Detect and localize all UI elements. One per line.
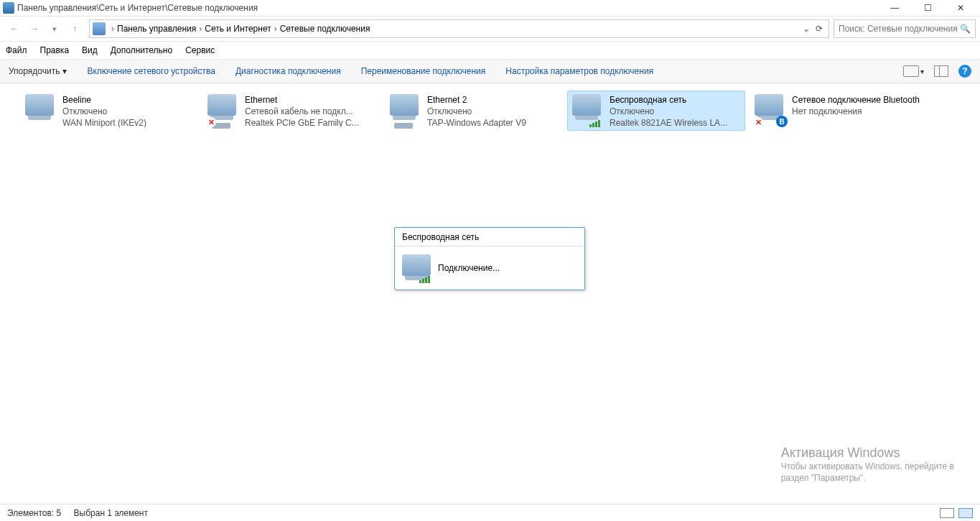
network-icon: [390, 94, 421, 126]
chevron-right-icon: ›: [199, 24, 202, 34]
search-input[interactable]: Поиск: Сетевые подключения 🔍: [834, 19, 976, 38]
content-area: Beeline Отключено WAN Miniport (IKEv2) ✕…: [0, 83, 980, 138]
adapter-item-wireless[interactable]: Беспроводная сеть Отключено Realtek 8821…: [567, 91, 745, 131]
help-button[interactable]: ?: [958, 65, 971, 78]
preview-pane-button[interactable]: [934, 65, 948, 77]
menu-service[interactable]: Сервис: [185, 45, 215, 55]
statusbar: Элементов: 5 Выбран 1 элемент: [0, 504, 980, 521]
titlebar: Панель управления\Сеть и Интернет\Сетевы…: [0, 0, 980, 16]
adapter-item-bluetooth[interactable]: ✕ B Сетевое подключение Bluetooth Нет по…: [750, 91, 928, 131]
adapter-item-ethernet[interactable]: ✕ Ethernet Сетевой кабель не подкл... Re…: [202, 91, 381, 131]
chevron-right-icon: ›: [111, 24, 114, 34]
signal-icon: [419, 276, 430, 283]
network-icon: ✕ B: [755, 94, 786, 126]
view-details-button[interactable]: [940, 508, 954, 518]
maximize-button[interactable]: ☐: [911, 0, 944, 16]
activation-watermark: Активация Windows Чтобы активировать Win…: [781, 446, 954, 484]
breadcrumb[interactable]: Панель управления: [117, 24, 196, 34]
chevron-down-icon: ▾: [920, 68, 924, 75]
menubar: Файл Правка Вид Дополнительно Сервис: [0, 42, 980, 59]
search-icon: 🔍: [960, 24, 971, 34]
error-icon: ✕: [206, 117, 216, 127]
connecting-popup: Беспроводная сеть Подключение...: [394, 227, 585, 290]
chevron-right-icon: ›: [274, 24, 277, 34]
refresh-button[interactable]: ⟳: [813, 24, 826, 34]
breadcrumb[interactable]: Сеть и Интернет: [205, 24, 271, 34]
search-placeholder: Поиск: Сетевые подключения: [839, 24, 958, 34]
menu-edit[interactable]: Правка: [40, 45, 70, 55]
signal-icon: [589, 120, 600, 127]
popup-title: Беспроводная сеть: [395, 228, 584, 246]
status-count: Элементов: 5: [7, 508, 61, 518]
minimize-button[interactable]: —: [878, 0, 911, 16]
adapter-item-beeline[interactable]: Beeline Отключено WAN Miniport (IKEv2): [20, 91, 198, 131]
menu-view[interactable]: Вид: [82, 45, 98, 55]
chevron-down-icon: ▾: [62, 66, 67, 76]
enable-device-button[interactable]: Включение сетевого устройства: [87, 66, 215, 76]
connection-settings-button[interactable]: Настройка параметров подключения: [505, 66, 653, 76]
rename-button[interactable]: Переименование подключения: [361, 66, 486, 76]
back-button[interactable]: ←: [4, 19, 24, 39]
network-icon: [402, 254, 429, 282]
adapter-item-ethernet2[interactable]: Ethernet 2 Отключено TAP-Windows Adapter…: [385, 91, 563, 131]
navbar: ← → ▾ ↑ › Панель управления › Сеть и Инт…: [0, 16, 980, 42]
network-icon: ✕: [207, 94, 239, 126]
recent-button[interactable]: ▾: [45, 19, 65, 39]
close-button[interactable]: ✕: [944, 0, 977, 16]
popup-text: Подключение...: [438, 263, 500, 273]
window-title: Панель управления\Сеть и Интернет\Сетевы…: [17, 3, 258, 13]
view-icon: [903, 65, 919, 77]
up-button[interactable]: ↑: [65, 19, 85, 39]
control-panel-icon: [93, 22, 106, 35]
address-bar[interactable]: › Панель управления › Сеть и Интернет › …: [89, 19, 829, 38]
bluetooth-icon: B: [776, 116, 788, 127]
status-selected: Выбран 1 элемент: [74, 508, 148, 518]
organize-button[interactable]: Упорядочить ▾: [9, 66, 67, 76]
error-icon: ✕: [753, 117, 763, 127]
history-dropdown[interactable]: ⌄: [800, 24, 813, 34]
breadcrumb[interactable]: Сетевые подключения: [280, 24, 370, 34]
view-mode-button[interactable]: ▾: [903, 65, 924, 77]
forward-button[interactable]: →: [24, 19, 45, 39]
app-icon: [3, 2, 14, 14]
menu-file[interactable]: Файл: [6, 45, 27, 55]
network-icon: [25, 94, 57, 126]
menu-extra[interactable]: Дополнительно: [111, 45, 172, 55]
view-icons-button[interactable]: [958, 508, 973, 518]
diagnose-button[interactable]: Диагностика подключения: [235, 66, 341, 76]
network-icon: [572, 94, 604, 126]
toolbar: Упорядочить ▾ Включение сетевого устройс…: [0, 59, 980, 83]
